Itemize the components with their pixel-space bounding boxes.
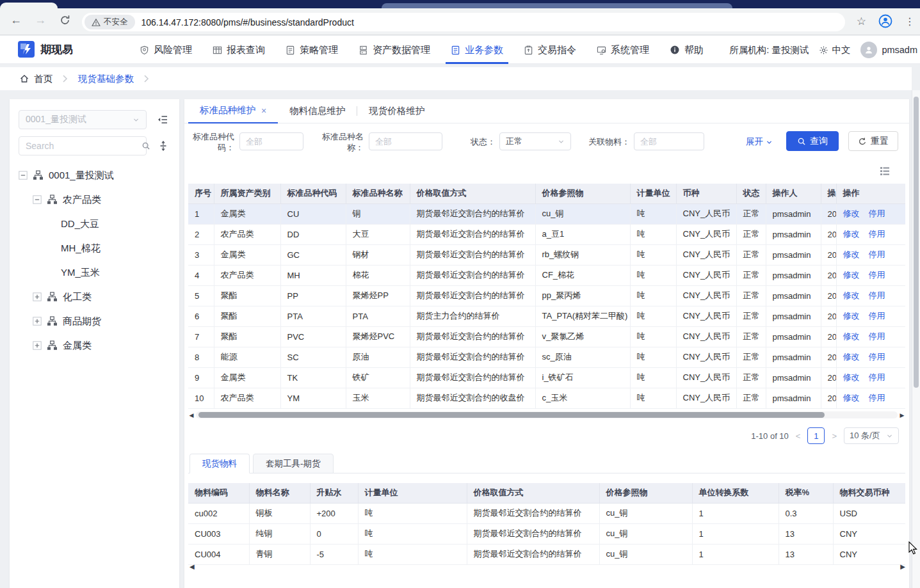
modify-link[interactable]: 修改 [843, 393, 860, 402]
close-icon[interactable]: × [261, 106, 266, 116]
url-bar[interactable]: 不安全 106.14.47.172:8080/pms/#/business/st… [82, 13, 845, 31]
disable-link[interactable]: 停用 [869, 311, 885, 321]
table-row[interactable]: cu002铜板+200吨期货最邻近交割合约的结算价cu_铜10.3USD [188, 503, 905, 523]
nav-item-business[interactable]: 业务参数 [451, 36, 503, 64]
tab-material-info[interactable]: 物料信息维护 [278, 99, 357, 123]
breadcrumb-home[interactable]: 首页 [19, 73, 52, 85]
collapse-tree-icon[interactable] [157, 114, 168, 125]
user-menu[interactable]: pmsadm [860, 42, 917, 58]
browser-reload-button[interactable] [56, 15, 73, 29]
org-select[interactable]: 0001_量投测试 [19, 110, 147, 129]
disable-link[interactable]: 停用 [869, 331, 885, 341]
breadcrumb-current[interactable]: 现货基础参数 [78, 73, 134, 85]
table-row[interactable]: 10农产品类YM玉米期货最邻近交割合约的收盘价c_玉米吨CNY_人民币正常pms… [188, 388, 905, 408]
cell: cu_铜 [599, 523, 692, 544]
detail-tab-hedge-futures[interactable]: 套期工具-期货 [253, 454, 334, 473]
tree-node-dd[interactable]: DD_大豆 [10, 212, 179, 236]
name-filter-input[interactable] [369, 132, 442, 150]
browser-back-button[interactable]: ← [8, 13, 24, 27]
modify-link[interactable]: 修改 [843, 331, 860, 341]
table-row[interactable]: CU003纯铜0吨期货最邻近交割合约的结算价cu_铜113CNY [188, 523, 905, 544]
disable-link[interactable]: 停用 [869, 209, 885, 218]
status-select[interactable]: 正常 [499, 132, 571, 150]
table-row[interactable]: 5聚酯PP聚烯烃PP期货最邻近交割合约的结算价pp_聚丙烯吨CNY_人民币正常p… [188, 285, 905, 306]
modify-link[interactable]: 修改 [843, 209, 860, 218]
tree-node-chem[interactable]: 化工类 [10, 285, 179, 309]
reset-button[interactable]: 重置 [848, 131, 898, 151]
table-row[interactable]: CU004青铜-5吨期货最邻近交割合约的结算价cu_铜113CNY [188, 544, 905, 564]
tree-node-ym[interactable]: YM_玉米 [10, 260, 179, 285]
table-row[interactable]: 4农产品类MH棉花期货最邻近交割合约的结算价CF_棉花吨CNY_人民币正常pms… [188, 265, 905, 285]
material-filter-input[interactable] [634, 132, 704, 150]
search-button[interactable]: 查询 [786, 131, 839, 151]
page-scrollbar-thumb[interactable] [914, 97, 919, 388]
nav-item-report[interactable]: 报表查询 [213, 36, 265, 64]
page-size-select[interactable]: 10 条/页 [844, 427, 899, 444]
expand-filters-link[interactable]: 展开 [746, 136, 773, 148]
nav-item-risk[interactable]: 风险管理 [140, 36, 192, 64]
disable-link[interactable]: 停用 [869, 290, 885, 300]
nav-item-trade[interactable]: 交易指令 [524, 36, 576, 64]
disable-link[interactable]: 停用 [869, 270, 885, 280]
scrollbar-track[interactable] [196, 411, 898, 418]
modify-link[interactable]: 修改 [843, 372, 860, 382]
table-row[interactable]: 7聚酯PVC聚烯烃PVC期货最邻近交割合约的结算价v_聚氯乙烯吨CNY_人民币正… [188, 326, 905, 347]
table-row[interactable]: 3金属类GC钢材期货最邻近交割合约的结算价rb_螺纹钢吨CNY_人民币正常pms… [188, 244, 905, 265]
detail-table-head-row: 物料编码物料名称升贴水计量单位价格取值方式价格参照物单位转换系数税率%物料交易币… [188, 483, 905, 503]
disable-link[interactable]: 停用 [869, 372, 885, 382]
modify-link[interactable]: 修改 [843, 352, 860, 362]
modify-link[interactable]: 修改 [843, 311, 860, 321]
next-page-button[interactable]: > [832, 431, 837, 441]
page-number-button[interactable]: 1 [807, 427, 825, 444]
browser-inactive-tab[interactable] [382, 3, 732, 8]
security-chip[interactable]: 不安全 [85, 15, 135, 29]
modify-link[interactable]: 修改 [843, 270, 860, 280]
disable-link[interactable]: 停用 [869, 229, 885, 239]
browser-forward-button[interactable]: → [32, 13, 49, 27]
cell: 农产品类 [214, 224, 280, 244]
app-logo[interactable]: 期现易 [18, 41, 73, 58]
modify-link[interactable]: 修改 [843, 290, 860, 300]
column-settings-icon[interactable] [880, 166, 890, 176]
detail-tab-spot-material[interactable]: 现货物料 [190, 454, 250, 473]
search-input[interactable] [26, 141, 141, 151]
nav-item-asset[interactable]: 资产数据管理 [359, 36, 430, 64]
language-switcher[interactable]: 中文 [819, 44, 850, 56]
scroll-right-arrow[interactable]: ▶ [898, 412, 907, 418]
detail-scroll-right-arrow[interactable]: ▶ [900, 563, 905, 570]
modify-link[interactable]: 修改 [843, 229, 860, 239]
prev-page-button[interactable]: < [796, 431, 801, 441]
tree-node-root[interactable]: 0001_量投测试 [10, 163, 179, 187]
nav-item-strategy[interactable]: 策略管理 [286, 36, 338, 64]
expand-all-icon[interactable] [158, 140, 168, 152]
table-row[interactable]: 8能源SC原油期货最邻近交割合约的结算价sc_原油吨CNY_人民币正常pmsad… [188, 347, 905, 367]
code-filter-input[interactable] [239, 132, 303, 150]
browser-profile-icon[interactable] [878, 14, 892, 28]
tab-standard-product[interactable]: 标准品种维护× [188, 99, 278, 123]
bookmark-star-icon[interactable]: ☆ [857, 15, 866, 28]
tree-node-mh[interactable]: MH_棉花 [10, 236, 179, 260]
page-scrollbar[interactable] [912, 90, 920, 588]
tree-node-metal[interactable]: 金属类 [10, 333, 179, 358]
modify-link[interactable]: 修改 [843, 250, 860, 259]
tab-spot-price[interactable]: 现货价格维护 [357, 99, 436, 123]
detail-scroll-left-arrow[interactable]: ◀ [190, 563, 195, 570]
disable-link[interactable]: 停用 [869, 352, 885, 362]
table-row[interactable]: 6聚酯PTAPTA期货主力合约的结算价TA_PTA(精对苯二甲酸)吨CNY_人民… [188, 306, 905, 326]
table-row[interactable]: 2农产品类DD大豆期货最邻近交割合约的结算价a_豆1吨CNY_人民币正常pmsa… [188, 224, 905, 244]
scroll-left-arrow[interactable]: ◀ [187, 412, 196, 418]
browser-active-tab[interactable] [0, 3, 58, 8]
browser-menu-icon[interactable]: ⋮ [905, 15, 915, 28]
nav-item-help[interactable]: 帮助 [670, 36, 704, 64]
scrollbar-thumb[interactable] [198, 412, 825, 418]
cell: 8 [188, 347, 214, 367]
table-row[interactable]: 1金属类CU铜期货最邻近交割合约的结算价cu_铜吨CNY_人民币正常pmsadm… [188, 203, 905, 224]
tree-node-agri[interactable]: 农产品类 [10, 187, 179, 212]
url-text[interactable]: 106.14.47.172:8080/pms/#/business/standa… [141, 17, 354, 28]
disable-link[interactable]: 停用 [869, 250, 885, 259]
nav-item-system[interactable]: 系统管理 [597, 36, 649, 64]
tree-node-commodity[interactable]: 商品期货 [10, 309, 179, 333]
table-row[interactable]: 9金属类TK铁矿期货最邻近交割合约的结算价i_铁矿石吨CNY_人民币正常pmsa… [188, 367, 905, 388]
sidebar-search[interactable] [19, 136, 147, 155]
disable-link[interactable]: 停用 [869, 393, 885, 402]
